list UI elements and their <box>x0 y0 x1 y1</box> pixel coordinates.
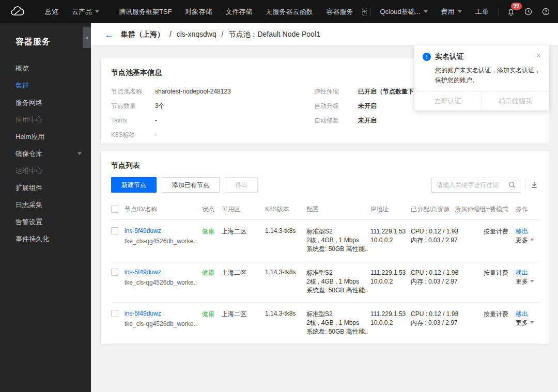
config-cell: 标准型S22核 , 4GB , 1 Mbps系统盘: 50GB 高性能.. <box>306 302 370 343</box>
chevron-down-icon <box>530 280 534 283</box>
memory-usage: 内存 : 0.03 / 2.97 <box>411 319 453 327</box>
sidebar-item-label: 概览 <box>16 65 29 72</box>
remove-action-link[interactable]: 移出 <box>516 310 528 318</box>
sidebar: 容器服务 概览 集群 服务网络 应用中心 Helm应用 镜像仓库 运维中心 扩展… <box>0 23 91 392</box>
topbar-divider <box>370 7 370 17</box>
config-line: 标准型S2 <box>306 227 368 236</box>
node-id-link[interactable]: ins-5f49duwz <box>125 310 161 317</box>
sidebar-item-image-registry[interactable]: 镜像仓库 <box>0 145 91 162</box>
chevron-down-icon <box>78 152 82 155</box>
node-name: tke_cls-qg4526db_worke.. <box>125 320 200 327</box>
topbar-overview[interactable]: 总览 <box>38 0 65 23</box>
help-question-icon[interactable] <box>537 0 555 23</box>
column-header-billing: 计费模式 <box>484 199 516 219</box>
popup-title: 实名认证 <box>435 52 464 61</box>
sidebar-item-label: 告警设置 <box>16 218 42 226</box>
node-id-link[interactable]: ins-5f49duwz <box>125 269 161 276</box>
more-action-link[interactable]: 更多 <box>516 319 528 326</box>
row-checkbox[interactable] <box>111 227 118 234</box>
status-badge: 健康 <box>202 310 214 318</box>
close-icon[interactable]: ✕ <box>536 52 541 59</box>
back-arrow-icon[interactable]: ← <box>104 30 114 39</box>
topbar-service-scf[interactable]: 无服务器云函数 <box>259 0 320 23</box>
sidebar-item-alarm-settings[interactable]: 告警设置 <box>0 213 91 230</box>
sidebar-item-overview[interactable]: 概览 <box>0 60 91 77</box>
sidebar-item-app-center[interactable]: 应用中心 <box>0 111 91 128</box>
column-header-ip: IP地址 <box>370 199 411 219</box>
select-all-checkbox[interactable] <box>111 206 118 213</box>
remind-later-button[interactable]: 稍后提醒我 <box>482 92 549 111</box>
topbar: 总览 云产品 腾讯服务框架TSF 对象存储 文件存储 无服务器云函数 容器服务 … <box>0 0 558 23</box>
search-input[interactable] <box>431 178 520 193</box>
sidebar-item-service-mesh[interactable]: 服务网络 <box>0 94 91 111</box>
download-icon[interactable] <box>530 181 538 189</box>
column-header-resources: 已分配/总资源 <box>411 199 455 219</box>
verify-now-button[interactable]: 立即认证 <box>414 92 482 111</box>
sidebar-item-label: 运维中心 <box>16 167 42 175</box>
ip-cell: 111.229.1.5310.0.0.2 <box>370 261 411 302</box>
topbar-ticket[interactable]: 工单 <box>469 0 495 23</box>
toolbar-divider <box>525 180 525 190</box>
node-pool-name-value: sharotest-nodepool-248123 <box>155 88 231 95</box>
row-checkbox[interactable] <box>111 269 118 276</box>
topbar-account-menu[interactable]: Qcloud基础... <box>374 0 435 23</box>
topbar-cloud-products-label: 云产品 <box>72 7 92 17</box>
ticket-label: 工单 <box>475 7 489 17</box>
column-header-zone: 可用区 <box>222 199 265 219</box>
sidebar-item-event-persistence[interactable]: 事件持久化 <box>0 230 91 247</box>
more-action-link[interactable]: 更多 <box>516 237 528 244</box>
sidebar-item-clusters[interactable]: 集群 <box>0 77 91 94</box>
billing-cell: 按量计费 <box>484 219 516 261</box>
info-label: Taints <box>111 117 155 124</box>
topbar-service-tsf[interactable]: 腾讯服务框架TSF <box>112 0 179 23</box>
sidebar-collapse-button[interactable]: « <box>83 27 91 48</box>
sidebar-item-helm[interactable]: Helm应用 <box>0 128 91 145</box>
sidebar-item-label: 集群 <box>16 82 29 89</box>
sidebar-item-log-collection[interactable]: 日志采集 <box>0 196 91 213</box>
zone-cell: 上海二区 <box>222 261 265 302</box>
topbar-service-tke[interactable]: 容器服务 <box>320 0 360 23</box>
zone-cell: 上海二区 <box>222 219 265 261</box>
info-label: 自动升级 <box>314 102 358 111</box>
config-line: 系统盘: 50GB 高性能.. <box>306 245 368 254</box>
topbar-service-cfs[interactable]: 文件存储 <box>219 0 259 23</box>
notification-bell-icon[interactable]: 99 <box>502 0 520 23</box>
info-label: 弹性伸缩 <box>314 87 358 96</box>
sidebar-item-label: 日志采集 <box>16 201 42 209</box>
topbar-right: Qcloud基础... 费用 工单 99 <box>367 0 558 23</box>
info-label: 节点数量 <box>111 102 155 111</box>
topbar-service-cos[interactable]: 对象存储 <box>179 0 219 23</box>
history-clock-icon[interactable] <box>520 0 537 23</box>
search-icon[interactable] <box>508 181 516 189</box>
config-cell: 标准型S22核 , 4GB , 1 Mbps系统盘: 50GB 高性能.. <box>306 219 370 261</box>
topbar-fee-menu[interactable]: 费用 <box>435 0 469 23</box>
private-ip: 10.0.0.2 <box>370 236 409 245</box>
service-label: 容器服务 <box>327 7 353 17</box>
table-row: ins-5f49duwztke_cls-qg4526db_worke.. 健康 … <box>111 261 538 302</box>
node-count-value: 3个 <box>155 102 165 111</box>
real-name-verification-popup: ! 实名认证 ✕ 您的账户未实名认证，添加实名认证，保护您的账户。 立即认证 稍… <box>414 45 549 111</box>
add-existing-node-button[interactable]: 添加已有节点 <box>162 177 220 193</box>
column-header-scaling-group: 所属伸缩组 <box>455 199 484 219</box>
sidebar-item-label: 服务网络 <box>16 99 42 106</box>
operations-cell: 移出更多 <box>516 219 538 261</box>
sidebar-item-ops-center[interactable]: 运维中心 <box>0 162 91 179</box>
node-id-link[interactable]: ins-5f49duwz <box>125 227 161 234</box>
row-checkbox[interactable] <box>111 310 118 317</box>
ip-cell: 111.229.1.5310.0.0.2 <box>370 302 411 343</box>
operations-cell: 移出更多 <box>516 302 538 343</box>
page-header: ← 集群（上海） / cls-xnqsdwq / 节点池：Default Nod… <box>91 23 558 45</box>
create-node-button[interactable]: 新建节点 <box>111 177 157 193</box>
chevron-down-icon <box>95 10 99 13</box>
more-action-link[interactable]: 更多 <box>516 278 528 285</box>
table-header-row: 节点ID/名称 状态 可用区 K8S版本 配置 IP地址 已分配/总资源 所属伸… <box>111 199 538 219</box>
sidebar-item-addons[interactable]: 扩展组件 <box>0 179 91 196</box>
remove-node-button[interactable]: 移出 <box>225 177 258 193</box>
remove-action-link[interactable]: 移出 <box>516 269 528 276</box>
sidebar-item-label: 扩展组件 <box>16 184 42 192</box>
remove-action-link[interactable]: 移出 <box>516 228 528 235</box>
topbar-cloud-products[interactable]: 云产品 <box>65 0 106 23</box>
tencent-cloud-logo[interactable] <box>9 6 25 18</box>
add-service-icon[interactable]: + <box>362 8 367 16</box>
public-ip: 111.229.1.53 <box>370 227 409 236</box>
